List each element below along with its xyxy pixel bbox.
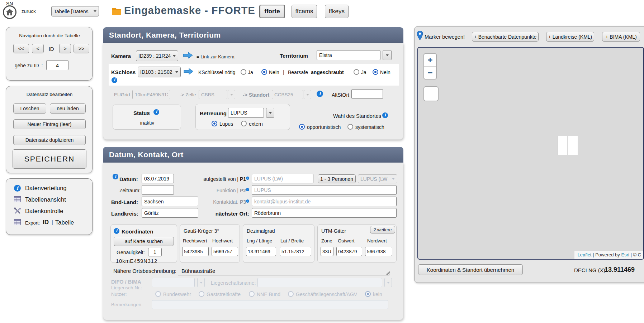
ort-input[interactable] xyxy=(252,208,397,218)
datenpunkte-button[interactable]: + Benachbarte Datenpunkte xyxy=(472,32,539,42)
kschluessel-ja-radio[interactable] xyxy=(241,69,246,75)
bearsafe-ja-radio[interactable] xyxy=(354,69,359,75)
kschluessel-nein-label: Nein xyxy=(269,69,279,75)
tab-ffcams[interactable]: ffcams xyxy=(292,5,317,18)
link-arrow-icon[interactable] xyxy=(184,68,194,76)
kamera-label: Kamera xyxy=(111,53,131,59)
nutzer-nne-label: NNE Bund xyxy=(257,291,280,297)
genauigkeit-input[interactable] xyxy=(148,248,162,256)
map-canvas[interactable]: + − Leaflet | Powered by Esri | © C xyxy=(417,47,644,260)
map-layers-control[interactable] xyxy=(423,86,439,101)
duplicate-record-button[interactable]: Datensatz duplizieren xyxy=(13,135,86,145)
esri-link[interactable]: Esri xyxy=(621,252,629,257)
dg-col-lat: Lat / Breite xyxy=(280,238,304,244)
lat-input[interactable] xyxy=(280,247,311,256)
zoom-in-button[interactable]: + xyxy=(424,54,436,67)
kschluessel-nein-radio[interactable] xyxy=(261,69,267,75)
personen-button[interactable]: 1 - 3 Personen xyxy=(318,174,356,183)
kschloss-info-icon[interactable] xyxy=(112,77,117,83)
status-label: Status xyxy=(133,110,150,116)
territorium-dropdown-button[interactable] xyxy=(383,50,392,60)
p3-input[interactable] xyxy=(252,197,397,206)
chevron-down-icon xyxy=(269,112,272,114)
tools-item-datenkontrolle[interactable]: Datenkontrolle xyxy=(14,207,86,216)
utm-ostwert-input[interactable] xyxy=(336,247,362,256)
status-info-icon[interactable] xyxy=(153,109,159,115)
p2-input[interactable] xyxy=(252,185,397,195)
utm-nordwert-input[interactable] xyxy=(365,247,392,256)
liegenschaftsname-dropdown-button xyxy=(384,278,392,287)
export-label: Export: xyxy=(25,220,40,226)
karte-suchen-button[interactable]: auf Karte suchen xyxy=(114,237,174,246)
ortsbeschreibung-textarea[interactable]: Bühnaustraße xyxy=(178,265,389,275)
chevron-down-icon xyxy=(94,10,96,12)
utm-col-zone: Zone xyxy=(321,238,332,244)
betreuung-dropdown-button[interactable] xyxy=(266,108,274,118)
last-record-button[interactable]: >> xyxy=(74,44,89,53)
goto-id-input[interactable] xyxy=(46,60,68,70)
koordinaten-info-icon[interactable] xyxy=(114,228,119,234)
systematisch-radio[interactable] xyxy=(347,124,353,130)
kamera-select[interactable]: ID239 : 21R24 xyxy=(136,50,178,61)
next-record-button[interactable]: > xyxy=(59,44,71,53)
wahl-info-icon[interactable] xyxy=(382,112,388,118)
lng-input[interactable] xyxy=(246,247,276,256)
p1-input[interactable] xyxy=(252,174,313,183)
goto-id-link[interactable]: gehe zu ID : xyxy=(15,63,43,68)
rechtswert-input[interactable] xyxy=(182,247,209,256)
territorium-input[interactable] xyxy=(317,50,380,60)
betreuung-input[interactable] xyxy=(228,108,264,118)
table-select[interactable]: Tabelle [Datens xyxy=(51,6,99,16)
resize-grip-icon[interactable] xyxy=(386,270,390,275)
bima-kml-button[interactable]: + BIMA (KML) xyxy=(602,32,640,42)
map-zoom-control: + − xyxy=(423,53,437,79)
home-icon[interactable] xyxy=(3,5,16,19)
kschloss-label: KSchloss xyxy=(111,69,136,75)
betreuung-extern-radio[interactable] xyxy=(241,121,247,126)
info-superscript-icon xyxy=(246,177,249,180)
liegensch-nr-input xyxy=(152,278,195,287)
bemerkungen-label: Bemerkungen: xyxy=(111,302,143,307)
bearsafe-ja-label: Ja xyxy=(361,69,366,75)
opportunistisch-label: opportunistisch xyxy=(307,124,341,130)
kschluessel-ja-label: Ja xyxy=(248,69,253,75)
bearsafe-nein-radio[interactable] xyxy=(373,69,378,75)
chevron-down-icon xyxy=(175,71,178,73)
tab-fforte[interactable]: fforte xyxy=(259,5,285,18)
chevron-down-icon xyxy=(386,54,389,56)
prev-record-button[interactable]: < xyxy=(32,44,44,53)
opportunistisch-radio[interactable] xyxy=(299,124,305,130)
standort-info-icon[interactable] xyxy=(317,91,323,97)
zoom-out-button[interactable]: − xyxy=(424,67,436,79)
marker-label: Marker bewegen! xyxy=(425,34,465,40)
hochwert-input[interactable] xyxy=(212,247,238,256)
back-link[interactable]: zurück xyxy=(22,9,36,14)
betreuung-lupus-radio[interactable] xyxy=(212,121,217,126)
save-button[interactable]: SPEICHERN xyxy=(13,149,86,169)
utm-zone-input[interactable] xyxy=(321,247,333,256)
gk-col-rechtswert: Rechtswert xyxy=(183,238,207,244)
tools-item-datenverteilung[interactable]: Datenverteilung xyxy=(14,184,86,193)
altstort-input[interactable] xyxy=(351,89,383,99)
landkreise-kml-button[interactable]: + Landkreise (KML) xyxy=(546,32,594,42)
liegensch-nr-dropdown-button xyxy=(197,278,205,287)
territorium-label: Territorium xyxy=(280,53,308,59)
delete-button[interactable]: Löschen xyxy=(13,103,46,114)
standort-label: -> Standort xyxy=(243,92,269,98)
export-table-link[interactable]: Tabelle xyxy=(55,219,74,226)
first-record-button[interactable]: << xyxy=(13,44,29,53)
export-id-link[interactable]: ID xyxy=(43,219,49,226)
gk-title: Gauß-Krüger 3° xyxy=(184,228,219,234)
kschloss-select[interactable]: ID103 : 21S02 xyxy=(138,67,181,77)
tools-item-tabellenansicht[interactable]: Tabellenansicht xyxy=(14,195,86,204)
apply-coordinates-button[interactable]: Koordinaten & Standort übernehmen xyxy=(418,264,523,275)
reload-button[interactable]: neu laden xyxy=(50,103,86,114)
new-entry-button[interactable]: Neuer Eintrag (leer) xyxy=(13,119,86,129)
liegenschaftsname-input xyxy=(257,278,382,287)
link-arrow-icon[interactable] xyxy=(183,52,193,60)
datum-info-icon[interactable] xyxy=(113,174,118,179)
datum-label: Datum: xyxy=(119,176,138,182)
tab-ffkeys[interactable]: ffkeys xyxy=(325,5,349,18)
weitere-button[interactable]: 2 weitere xyxy=(370,226,395,233)
leaflet-link[interactable]: Leaflet xyxy=(577,252,591,257)
